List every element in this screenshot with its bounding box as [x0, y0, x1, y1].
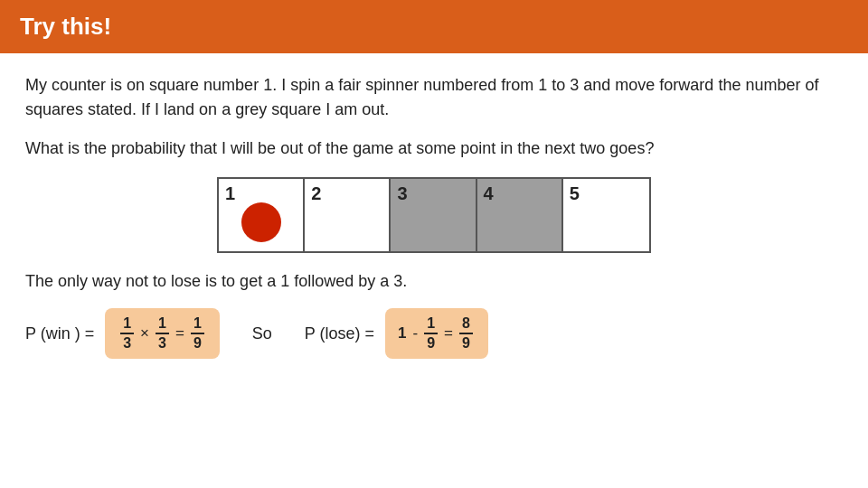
minus-sign: -: [413, 324, 419, 343]
so-label: So: [252, 324, 272, 343]
board-cell-2: 2: [305, 179, 391, 251]
header-title: Try this!: [20, 13, 111, 40]
board-area: 1 2 3 4 5: [25, 177, 843, 253]
cell-label-3: 3: [397, 183, 407, 204]
board-cell-5: 5: [563, 179, 649, 251]
p-lose-label: P (lose) =: [305, 324, 374, 343]
cell-label-4: 4: [484, 183, 494, 204]
paragraph-2: What is the probability that I will be o…: [25, 136, 843, 161]
board-cell-4: 4: [477, 179, 563, 251]
board-cell-1: 1: [219, 179, 305, 251]
equals-sign-1: =: [175, 324, 184, 343]
board-cell-3: 3: [391, 179, 476, 251]
win-fraction-box: 1 3 × 1 3 = 1 9: [105, 308, 220, 359]
win-frac-2: 1 3: [156, 315, 169, 352]
only-way-text: The only way not to lose is to get a 1 f…: [25, 269, 843, 294]
board: 1 2 3 4 5: [217, 177, 651, 253]
paragraph-1: My counter is on square number 1. I spin…: [25, 73, 843, 122]
equals-sign-2: =: [444, 324, 453, 343]
one-label: 1: [398, 324, 406, 343]
lose-fraction-box: 1 - 1 9 = 8 9: [385, 308, 488, 359]
lose-frac-1: 1 9: [424, 315, 438, 352]
formula-area: P (win ) = 1 3 × 1 3 = 1 9 So P (lose) =…: [25, 308, 843, 359]
content: My counter is on square number 1. I spin…: [0, 73, 868, 359]
lose-frac-2: 8 9: [459, 315, 473, 352]
cell-label-5: 5: [570, 183, 580, 204]
cell-label-2: 2: [311, 183, 321, 204]
header: Try this!: [0, 0, 868, 53]
times-sign: ×: [140, 324, 149, 343]
win-frac-3: 1 9: [191, 315, 204, 352]
win-frac-1: 1 3: [120, 315, 134, 352]
cell-label-1: 1: [225, 183, 235, 204]
counter: [241, 202, 281, 242]
p-win-label: P (win ) =: [25, 324, 94, 343]
